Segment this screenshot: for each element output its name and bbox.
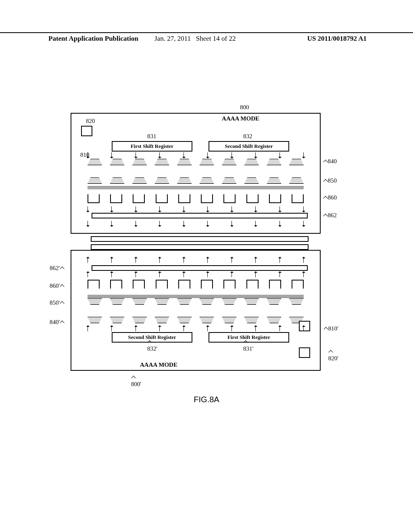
mux-row-840p <box>88 317 304 325</box>
ref-820p: 820' <box>328 348 338 362</box>
ref-820: 820 <box>86 118 95 125</box>
bus-850p <box>88 295 304 297</box>
mode-label-bottom: AAAA MODE <box>140 362 177 368</box>
header-pubno: US 2011/0018792 A1 <box>261 35 367 43</box>
driver-block-800: AAAA MODE 820 810 831 First Shift Regist… <box>71 113 321 234</box>
ref-831p: 831' <box>243 339 253 352</box>
ref-860: 860 <box>323 194 337 201</box>
mode-label-top: AAAA MODE <box>222 115 259 122</box>
ref-850p: 850' <box>50 299 65 306</box>
ref-832p: 832' <box>147 339 157 352</box>
header-date-sheet: Jan. 27, 2011 Sheet 14 of 22 <box>154 35 261 43</box>
header-date: Jan. 27, 2011 <box>154 35 191 42</box>
ref-850: 850 <box>323 177 337 184</box>
output-bar-862 <box>92 213 308 218</box>
mux-row-840 <box>88 159 304 167</box>
ref-862: 862 <box>323 212 337 219</box>
driver-block-800p: AAAA MODE 862' 860' 850' <box>71 250 321 371</box>
header-publication: Patent Application Publication <box>48 35 154 43</box>
ref-840p: 840' <box>50 319 65 326</box>
first-shift-register-top: First Shift Register <box>112 141 192 152</box>
interconnect-bar-lower <box>91 244 309 250</box>
block-820 <box>81 126 92 136</box>
page-header: Patent Application Publication Jan. 27, … <box>0 32 413 43</box>
ref-862p: 862' <box>50 265 65 272</box>
second-shift-register-top: Second Shift Register <box>209 141 289 152</box>
output-bar-862p <box>92 265 308 271</box>
mux-row-850p <box>88 298 304 306</box>
mux-row-850 <box>88 177 304 185</box>
figure-caption: FIG.8A <box>0 395 413 404</box>
ref-810p: 810' <box>323 325 338 332</box>
interconnect-bar-upper <box>91 236 309 242</box>
ref-800p: 800' <box>131 374 141 388</box>
block-820p <box>299 347 310 358</box>
ref-840: 840 <box>323 158 337 165</box>
latch-row-860 <box>88 194 304 204</box>
bus-850 <box>88 186 304 189</box>
latch-row-860p <box>88 280 304 289</box>
figure-8a: 800 AAAA MODE 820 810 831 First Shift Re… <box>71 113 321 371</box>
header-sheet: Sheet 14 of 22 <box>196 35 236 42</box>
ref-860p: 860' <box>50 283 65 289</box>
